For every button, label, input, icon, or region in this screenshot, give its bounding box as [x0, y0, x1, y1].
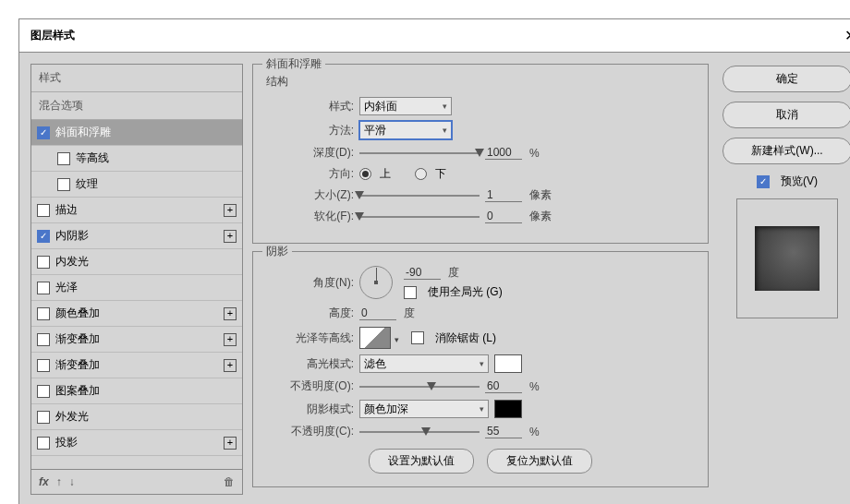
size-label: 大小(Z): [266, 187, 354, 203]
style-select[interactable]: 内斜面▾ [359, 97, 452, 115]
style-checkbox[interactable] [37, 411, 50, 424]
size-value[interactable]: 1 [485, 188, 522, 202]
style-row-label: 渐变叠加 [55, 357, 100, 373]
arrow-up-icon[interactable]: ↑ [56, 475, 62, 488]
style-row-3[interactable]: 描边+ [31, 198, 242, 223]
new-style-button[interactable]: 新建样式(W)... [722, 138, 850, 164]
add-effect-icon[interactable]: + [224, 359, 237, 372]
style-row-12[interactable]: 投影+ [31, 430, 242, 456]
style-checkbox[interactable] [37, 204, 50, 217]
depth-slider[interactable] [359, 148, 480, 159]
add-effect-icon[interactable]: + [224, 437, 237, 450]
style-row-6[interactable]: 光泽 [31, 275, 242, 301]
fx-icon[interactable]: fx [39, 475, 49, 488]
style-checkbox[interactable] [37, 126, 50, 139]
altitude-value[interactable]: 0 [359, 306, 396, 320]
style-row-0[interactable]: 斜面和浮雕 [31, 120, 242, 146]
layer-style-dialog: 图层样式 ✕ 样式 混合选项 斜面和浮雕等高线纹理描边+内阴影+内发光光泽颜色叠… [18, 18, 850, 504]
add-effect-icon[interactable]: + [224, 204, 237, 217]
highlight-mode-select[interactable]: 滤色▾ [359, 354, 489, 373]
style-checkbox[interactable] [37, 307, 50, 320]
style-checkbox[interactable] [37, 230, 50, 243]
highlight-opacity-slider[interactable] [359, 381, 480, 392]
style-checkbox[interactable] [37, 282, 50, 294]
add-effect-icon[interactable]: + [224, 307, 237, 320]
close-icon[interactable]: ✕ [844, 27, 850, 44]
add-effect-icon[interactable]: + [224, 333, 237, 346]
reset-default-button[interactable]: 复位为默认值 [487, 449, 592, 474]
chevron-down-icon: ▾ [443, 102, 447, 111]
preview-label: 预览(V) [781, 174, 818, 189]
shadow-mode-select[interactable]: 颜色加深▾ [359, 400, 489, 418]
style-row-label: 投影 [55, 435, 78, 450]
style-row-9[interactable]: 渐变叠加+ [31, 353, 242, 378]
direction-down-radio[interactable] [415, 168, 427, 180]
style-row-5[interactable]: 内发光 [31, 249, 242, 275]
trash-icon[interactable]: 🗑 [224, 475, 235, 488]
arrow-down-icon[interactable]: ↓ [69, 475, 75, 488]
shadow-color-swatch[interactable] [494, 400, 522, 418]
depth-value[interactable]: 1000 [485, 146, 522, 160]
style-row-label: 纹理 [76, 176, 98, 192]
highlight-color-swatch[interactable] [494, 354, 522, 373]
gloss-contour-picker[interactable]: ▾ [359, 327, 391, 349]
style-checkbox[interactable] [37, 437, 50, 450]
global-light-checkbox[interactable] [404, 286, 417, 299]
style-row-11[interactable]: 外发光 [31, 404, 242, 430]
direction-up-radio[interactable] [359, 168, 371, 180]
style-checkbox[interactable] [57, 178, 70, 191]
depth-unit: % [529, 147, 540, 160]
style-row-label: 光泽 [55, 280, 78, 295]
title-bar: 图层样式 ✕ [19, 19, 850, 53]
sidebar-footer: fx ↑ ↓ 🗑 [31, 469, 242, 494]
sidebar-header-styles: 样式 [31, 65, 242, 92]
highlight-opacity-value[interactable]: 60 [485, 379, 522, 393]
style-checkbox[interactable] [37, 385, 50, 398]
style-label: 样式: [266, 99, 354, 114]
shadow-mode-label: 阴影模式: [266, 402, 354, 417]
style-row-label: 颜色叠加 [55, 306, 100, 321]
shadow-opacity-value[interactable]: 55 [485, 425, 522, 438]
styles-sidebar: 样式 混合选项 斜面和浮雕等高线纹理描边+内阴影+内发光光泽颜色叠加+渐变叠加+… [30, 64, 243, 495]
angle-wheel[interactable] [359, 266, 393, 299]
preview-checkbox[interactable] [757, 175, 770, 188]
sidebar-header-blend[interactable]: 混合选项 [31, 92, 242, 120]
add-effect-icon[interactable]: + [224, 230, 237, 243]
soften-slider[interactable] [359, 211, 480, 222]
style-row-10[interactable]: 图案叠加 [31, 378, 242, 404]
chevron-down-icon: ▾ [480, 404, 484, 414]
ok-button[interactable]: 确定 [722, 66, 850, 92]
settings-panel: 斜面和浮雕 结构 样式: 内斜面▾ 方法: 平滑▾ 深度(D): 1000 % [252, 64, 709, 495]
style-checkbox[interactable] [37, 359, 50, 372]
style-checkbox[interactable] [57, 152, 70, 165]
method-select[interactable]: 平滑▾ [359, 121, 452, 139]
style-row-label: 内阴影 [55, 228, 89, 244]
angle-value[interactable]: -90 [404, 266, 441, 280]
gloss-contour-label: 光泽等高线: [266, 330, 354, 346]
size-slider[interactable] [359, 190, 480, 201]
highlight-opacity-label: 不透明度(O): [266, 378, 354, 394]
style-row-1[interactable]: 等高线 [31, 146, 242, 172]
method-label: 方法: [266, 123, 354, 138]
style-row-2[interactable]: 纹理 [31, 172, 242, 198]
soften-value[interactable]: 0 [485, 210, 522, 223]
style-row-4[interactable]: 内阴影+ [31, 223, 242, 249]
right-panel: 确定 取消 新建样式(W)... 预览(V) [718, 64, 850, 495]
style-row-label: 等高线 [76, 150, 109, 166]
style-checkbox[interactable] [37, 256, 50, 269]
style-row-8[interactable]: 渐变叠加+ [31, 327, 242, 353]
style-row-7[interactable]: 颜色叠加+ [31, 301, 242, 327]
style-checkbox[interactable] [37, 333, 50, 346]
antialias-label: 消除锯齿 (L) [435, 330, 496, 346]
style-row-label: 内发光 [55, 254, 89, 270]
direction-label: 方向: [266, 166, 354, 182]
dialog-title: 图层样式 [30, 28, 75, 43]
shadow-opacity-slider[interactable] [359, 426, 480, 438]
cancel-button[interactable]: 取消 [722, 102, 850, 128]
shading-group: 阴影 角度(N): -90 度 使用全局光 (G) [252, 251, 709, 487]
style-row-label: 斜面和浮雕 [55, 125, 111, 140]
angle-label: 角度(N): [266, 275, 354, 291]
style-row-label: 描边 [55, 202, 78, 218]
make-default-button[interactable]: 设置为默认值 [369, 449, 474, 474]
antialias-checkbox[interactable] [411, 331, 424, 344]
